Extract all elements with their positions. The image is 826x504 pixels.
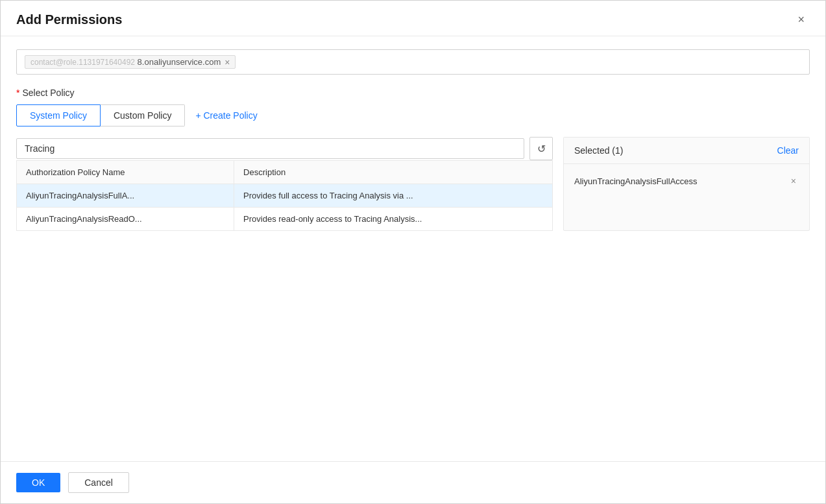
table-row[interactable]: AliyunTracingAnalysisFullA... Provides f… xyxy=(17,184,553,208)
refresh-icon: ↺ xyxy=(537,143,546,155)
policy-name-cell: AliyunTracingAnalysisReadO... xyxy=(17,208,234,231)
policy-table: Authorization Policy Name Description Al… xyxy=(16,160,553,231)
selected-item-name: AliyunTracingAnalysisFullAccess xyxy=(574,176,698,186)
selected-header: Selected (1) Clear xyxy=(564,138,809,164)
search-input[interactable] xyxy=(16,138,524,159)
dialog-title: Add Permissions xyxy=(16,12,122,27)
clear-button[interactable]: Clear xyxy=(777,145,799,156)
tab-custom-policy[interactable]: Custom Policy xyxy=(101,104,185,126)
dialog-footer: OK Cancel xyxy=(1,461,825,503)
ok-button[interactable]: OK xyxy=(16,473,60,492)
col-description: Description xyxy=(234,161,553,184)
content-area: ↺ Authorization Policy Name Description … xyxy=(16,137,810,231)
email-tag-remove[interactable]: × xyxy=(225,58,230,67)
selected-count: Selected (1) xyxy=(574,145,623,156)
required-star: * xyxy=(16,88,19,98)
dialog-body: contact@role.1131971640492 8.onaliyunser… xyxy=(1,36,825,461)
policy-name-cell: AliyunTracingAnalysisFullA... xyxy=(17,184,234,208)
selected-item-remove[interactable]: × xyxy=(788,176,799,186)
email-domain-part: 8.onaliyunservice.com xyxy=(138,57,221,67)
cancel-button[interactable]: Cancel xyxy=(68,472,129,493)
email-masked-part: contact@role.1131971640492 xyxy=(30,58,135,67)
section-label: * Select Policy xyxy=(16,88,810,98)
policy-tabs: System Policy Custom Policy + Create Pol… xyxy=(16,104,810,126)
policy-description-cell: Provides read-only access to Tracing Ana… xyxy=(234,208,553,231)
col-policy-name: Authorization Policy Name xyxy=(17,161,234,184)
email-tag-text: contact@role.1131971640492 8.onaliyunser… xyxy=(30,57,221,67)
left-panel: ↺ Authorization Policy Name Description … xyxy=(16,137,553,231)
dialog-header: Add Permissions × xyxy=(1,1,825,36)
refresh-button[interactable]: ↺ xyxy=(529,137,553,160)
table-row[interactable]: AliyunTracingAnalysisReadO... Provides r… xyxy=(17,208,553,231)
add-permissions-dialog: Add Permissions × contact@role.113197164… xyxy=(0,0,826,504)
selected-item: AliyunTracingAnalysisFullAccess × xyxy=(564,169,809,193)
tab-system-policy[interactable]: System Policy xyxy=(16,104,101,126)
selected-list: AliyunTracingAnalysisFullAccess × xyxy=(564,164,809,230)
email-tag-container: contact@role.1131971640492 8.onaliyunser… xyxy=(16,49,810,75)
search-row: ↺ xyxy=(16,137,553,160)
close-button[interactable]: × xyxy=(792,11,810,28)
right-panel: Selected (1) Clear AliyunTracingAnalysis… xyxy=(563,137,810,231)
select-policy-text: Select Policy xyxy=(22,88,74,98)
create-policy-button[interactable]: + Create Policy xyxy=(185,105,267,126)
email-tag: contact@role.1131971640492 8.onaliyunser… xyxy=(25,55,236,69)
policy-description-cell: Provides full access to Tracing Analysis… xyxy=(234,184,553,208)
table-header-row: Authorization Policy Name Description xyxy=(17,161,553,184)
